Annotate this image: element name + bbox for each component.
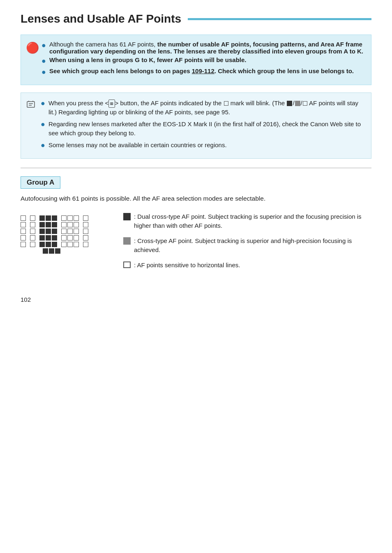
- bullet-icon: ●: [42, 41, 46, 50]
- grid-row-3: [21, 229, 111, 234]
- warning-content: ● Although the camera has 61 AF points, …: [42, 41, 364, 79]
- page-title: Lenses and Usable AF Points: [21, 12, 181, 25]
- med-square-icon: [123, 237, 131, 245]
- legend-text-1: : Dual cross-type AF point. Subject trac…: [134, 212, 371, 231]
- warning-text-2: When using a lens in groups G to K, fewe…: [49, 56, 247, 63]
- legend-item-1: : Dual cross-type AF point. Subject trac…: [123, 212, 371, 231]
- empty-square-icon: [123, 261, 131, 268]
- warning-text-3: See which group each lens belongs to on …: [49, 67, 354, 74]
- info-icon: [26, 99, 37, 153]
- legend: : Dual cross-type AF point. Subject trac…: [123, 212, 371, 276]
- title-underline: [188, 18, 371, 20]
- warning-item-3: ● See which group each lens belongs to o…: [42, 67, 364, 77]
- af-section: : Dual cross-type AF point. Subject trac…: [21, 212, 371, 276]
- info-bullet-2: ●: [41, 120, 46, 129]
- info-item-1: ● When you press the <⊞> button, the AF …: [41, 99, 364, 117]
- warning-item-2: ● When using a lens in groups G to K, fe…: [42, 56, 364, 66]
- info-bullet-3: ●: [41, 141, 46, 150]
- group-description: Autofocusing with 61 points is possible.…: [21, 194, 371, 204]
- bullet-icon-2: ●: [42, 56, 46, 66]
- dark-square-icon: [123, 213, 131, 220]
- legend-text-3: : AF points sensitive to horizontal line…: [134, 261, 240, 270]
- warning-box: 🔴 ● Although the camera has 61 AF points…: [21, 35, 371, 85]
- page-title-container: Lenses and Usable AF Points: [21, 12, 371, 25]
- af-diagram: [21, 212, 111, 258]
- info-item-3: ● Some lenses may not be available in ce…: [41, 141, 364, 150]
- grid-row-6: [21, 248, 111, 254]
- svg-rect-0: [27, 102, 35, 107]
- info-bullet-1: ●: [41, 99, 46, 108]
- page-number: 102: [21, 296, 371, 303]
- grid-row-2: [21, 222, 111, 227]
- warning-item-1: ● Although the camera has 61 AF points, …: [42, 41, 364, 55]
- legend-item-3: : AF points sensitive to horizontal line…: [123, 261, 371, 270]
- grid-row-5: [21, 242, 111, 247]
- grid-row-4: [21, 235, 111, 241]
- info-box: ● When you press the <⊞> button, the AF …: [21, 93, 371, 159]
- info-content: ● When you press the <⊞> button, the AF …: [41, 99, 364, 153]
- info-text-2: Regarding new lenses marketed after the …: [48, 120, 364, 138]
- warning-text-1: Although the camera has 61 AF points, th…: [49, 41, 364, 55]
- legend-item-2: : Cross-type AF point. Subject tracking …: [123, 236, 371, 255]
- grid-row-1: [21, 215, 111, 221]
- info-text-3: Some lenses may not be available in cert…: [48, 141, 227, 150]
- group-label: Group A: [21, 176, 60, 189]
- section-divider: [21, 168, 371, 168]
- legend-text-2: : Cross-type AF point. Subject tracking …: [134, 236, 371, 255]
- info-item-2: ● Regarding new lenses marketed after th…: [41, 120, 364, 138]
- info-text-1: When you press the <⊞> button, the AF po…: [48, 99, 364, 117]
- warning-icon: 🔴: [26, 42, 37, 79]
- bullet-icon-3: ●: [42, 67, 46, 77]
